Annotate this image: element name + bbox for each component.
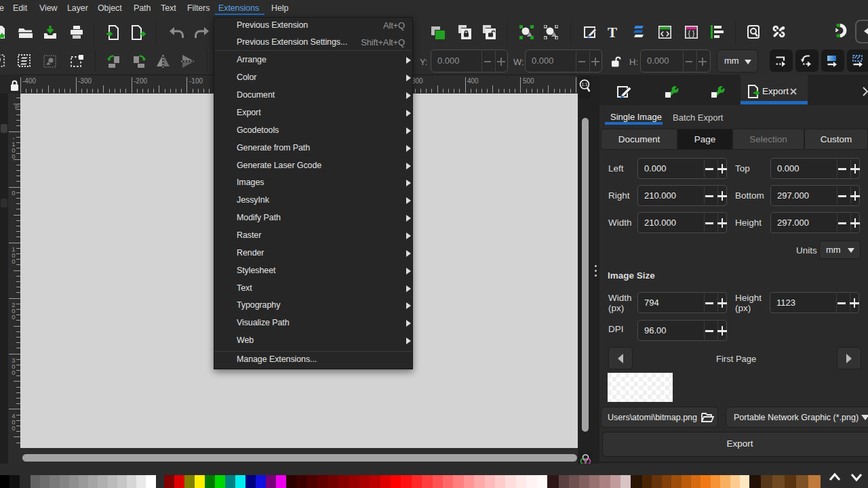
svg-text:1:1: 1:1 [581, 82, 587, 87]
svg-text:{ }: { } [688, 30, 695, 37]
